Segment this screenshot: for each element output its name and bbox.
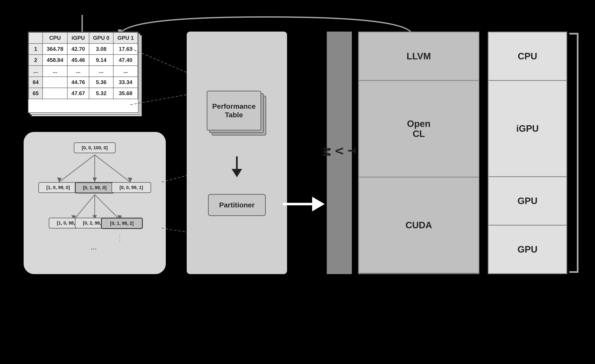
pt-stack-icon: PerformanceTable [205, 89, 268, 140]
cell-dots: ... [43, 66, 67, 77]
right-bracket [567, 32, 584, 274]
cell-igpu: 45.46 [67, 55, 89, 66]
table-row: 64 44.76 5.36 33.34 [29, 77, 138, 88]
device-gpu1-label: GPU [517, 196, 537, 206]
table-card-front: CPU iGPU GPU 0 GPU 1 1 364.78 42.70 [28, 32, 139, 113]
svg-marker-4 [57, 178, 62, 182]
cell-dots: ... [89, 66, 113, 77]
device-row-gpu2: GPU [489, 226, 566, 273]
device-gpu2-label: GPU [517, 244, 537, 255]
cell-gpu0: 5.36 [89, 77, 113, 88]
svg-line-7 [95, 155, 130, 182]
row-idx: 2 [29, 55, 43, 66]
tree-node-n3: [0, 0, 99, 1] [111, 182, 151, 193]
performance-table: CPU iGPU GPU 0 GPU 1 1 364.78 42.70 [28, 32, 138, 99]
table-stack: CPU iGPU GPU 0 GPU 1 1 364.78 42.70 [28, 32, 141, 121]
cell-igpu: 44.76 [67, 77, 89, 88]
backend-row-llvm: LLVM [359, 32, 479, 81]
row-idx: 1 [29, 43, 43, 55]
device-row-gpu1: GPU [489, 177, 566, 226]
col-header-cpu: CPU [43, 32, 67, 43]
tree-node-n2: [0, 1, 99, 0] [75, 182, 114, 193]
tree-dots: ... [91, 243, 97, 251]
table-row-dots: ... ... ... ... ... [29, 66, 138, 77]
cell-igpu: 47.67 [67, 88, 89, 99]
tree-node-n1: [1, 0, 99, 0] [38, 182, 78, 193]
tree-container: [0, 0, 100, 0] [1, 0, 99, 0] [0, 1, 99, … [32, 140, 157, 266]
cell-cpu [43, 77, 67, 88]
svg-marker-8 [128, 178, 132, 182]
table-row: 65 47.67 5.32 35.68 [29, 88, 138, 99]
row-idx-dots: ... [29, 66, 43, 77]
cell-cpu: 364.78 [43, 43, 67, 55]
dashed-lines-table [130, 36, 193, 119]
backend-opencl-label: OpenCL [407, 119, 431, 139]
device-igpu-label: iGPU [516, 123, 539, 134]
cell-cpu: 458.84 [43, 55, 67, 66]
device-row-igpu: iGPU [489, 81, 566, 177]
cell-gpu0: 3.08 [89, 43, 113, 55]
right-arrow [283, 197, 325, 211]
row-idx: 64 [29, 77, 43, 88]
backend-row-cuda: CUDA [359, 178, 479, 273]
tvm-section: TVM [327, 32, 352, 274]
col-header-gpu0: GPU 0 [89, 32, 113, 43]
svg-marker-6 [93, 178, 97, 182]
row-idx: 65 [29, 88, 43, 99]
diagram-area: CPU iGPU GPU 0 GPU 1 1 364.78 42.70 [15, 15, 580, 349]
backend-row-opencl: OpenCL [359, 81, 479, 178]
backend-cuda-label: CUDA [405, 220, 432, 230]
down-arrow-container [232, 156, 242, 177]
device-cpu-label: CPU [518, 51, 537, 61]
svg-line-9 [74, 195, 95, 220]
arrow-line [236, 156, 238, 169]
tree-node-root: [0, 0, 100, 0] [74, 142, 116, 153]
table-row: 2 458.84 45.46 9.14 47.40 [29, 55, 138, 66]
cell-gpu0: 9.14 [89, 55, 113, 66]
cell-cpu [43, 88, 67, 99]
table-row: 1 364.78 42.70 3.08 17.63 [29, 43, 138, 55]
tree-section: [0, 0, 100, 0] [1, 0, 99, 0] [0, 1, 99, … [24, 132, 166, 274]
backends-section: LLVM OpenCL CUDA [358, 32, 479, 274]
backend-llvm-label: LLVM [407, 51, 431, 61]
tree-node-n6: [0, 1, 98, 2] [101, 218, 143, 229]
cell-igpu: 42.70 [67, 43, 89, 55]
svg-line-3 [59, 155, 95, 182]
arrow-head [232, 169, 242, 177]
col-header-igpu: iGPU [67, 32, 89, 43]
svg-line-16 [130, 48, 189, 73]
device-row-cpu: CPU [489, 32, 566, 81]
right-arrow-head [312, 197, 325, 211]
svg-line-17 [130, 94, 189, 105]
col-header-empty [29, 32, 43, 43]
right-arrow-line [283, 203, 312, 205]
partitioner-box: Partitioner [208, 194, 266, 216]
tvm-label: TVM [320, 147, 358, 158]
pt-card-front: PerformanceTable [207, 91, 261, 130]
main-container: CPU iGPU GPU 0 GPU 1 1 364.78 42.70 [0, 0, 595, 364]
cell-gpu0: 5.32 [89, 88, 113, 99]
cell-dots: ... [67, 66, 89, 77]
performance-table-label: PerformanceTable [212, 102, 256, 119]
central-panel: PerformanceTable Partitioner [187, 32, 287, 274]
svg-line-13 [95, 195, 120, 220]
devices-section: CPU iGPU GPU GPU [488, 32, 567, 274]
